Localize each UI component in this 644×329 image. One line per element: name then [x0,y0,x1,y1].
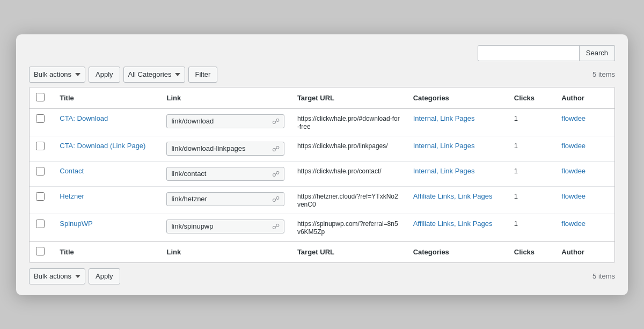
table-row: CTA: Download link/download ☍ https://cl… [30,108,614,136]
select-all-checkbox-bottom[interactable] [36,247,45,255]
col-header-categories: Categories [407,87,508,109]
row-clicks-1: 1 [514,142,518,150]
row-checkbox-3[interactable] [36,192,45,201]
filter-button[interactable]: Filter [188,67,218,83]
search-button[interactable]: Search [580,45,615,61]
row-clicks-cell: 1 [508,186,555,214]
row-checkbox-4[interactable] [36,220,45,228]
row-url-cell: https://clickwhale.pro/contact/ [291,161,407,186]
row-author-link-1[interactable]: flowdee [561,142,586,150]
row-link-cell: link/download ☍ [160,108,290,136]
footer-col-author: Author [555,241,614,262]
row-author-link-0[interactable]: flowdee [561,114,586,122]
row-link-cell: link/contact ☍ [160,161,290,186]
table-row: Hetzner link/hetzner ☍ https://hetzner.c… [30,186,614,214]
links-table: Title Link Target URL Categories Clicks … [30,87,614,262]
row-checkbox-cell [30,186,53,214]
items-count-bottom: 5 items [592,272,615,280]
row-author-cell: flowdee [555,108,614,136]
row-target-url-2: https://clickwhale.pro/contact/ [297,167,382,175]
col-header-url: Target URL [291,87,407,109]
row-link-text-2: link/contact [171,170,268,178]
copy-icon-4[interactable]: ☍ [272,222,280,231]
row-link-cell: link/spinupwp ☍ [160,214,290,241]
row-link-text-1: link/download-linkpages [171,144,268,152]
row-url-cell: https://clickwhale.pro/linkpages/ [291,136,407,161]
row-title-cell: CTA: Download [53,108,160,136]
row-clicks-2: 1 [514,167,518,175]
row-checkbox-cell [30,136,53,161]
row-checkbox-cell [30,214,53,241]
bottom-toolbar: Bulk actions Apply 5 items [29,268,615,284]
row-link-text-3: link/hetzner [171,195,268,203]
row-title-link-0[interactable]: CTA: Download [60,114,108,122]
row-url-cell: https://clickwhale.pro/#download-for-fre… [291,108,407,136]
categories-select[interactable]: All Categories [123,67,185,83]
row-categories-link-1[interactable]: Internal, Link Pages [413,142,475,150]
row-categories-cell: Internal, Link Pages [407,108,508,136]
row-author-cell: flowdee [555,136,614,161]
table-row: SpinupWP link/spinupwp ☍ https://spinupw… [30,214,614,241]
row-checkbox-2[interactable] [36,167,45,176]
row-clicks-0: 1 [514,114,518,122]
row-title-link-3[interactable]: Hetzner [60,192,84,200]
row-author-link-4[interactable]: flowdee [561,220,586,228]
row-title-link-2[interactable]: Contact [60,167,84,175]
row-categories-cell: Affiliate Links, Link Pages [407,186,508,214]
table-footer-row: Title Link Target URL Categories Clicks … [30,241,614,262]
row-author-cell: flowdee [555,214,614,241]
footer-col-url: Target URL [291,241,407,262]
search-input[interactable] [478,45,580,61]
bulk-actions-select-bottom[interactable]: Bulk actions [29,268,85,284]
row-checkbox-cell [30,108,53,136]
col-header-clicks: Clicks [508,87,555,109]
footer-col-title: Title [53,241,160,262]
row-link-text-4: link/spinupwp [171,222,268,230]
row-clicks-cell: 1 [508,214,555,241]
copy-icon-2[interactable]: ☍ [272,170,280,178]
select-all-checkbox-top[interactable] [36,93,45,101]
table-row: CTA: Download (Link Page) link/download-… [30,136,614,161]
row-categories-link-4[interactable]: Affiliate Links, Link Pages [413,220,493,228]
row-author-cell: flowdee [555,186,614,214]
row-target-url-1: https://clickwhale.pro/linkpages/ [297,142,388,150]
row-categories-link-3[interactable]: Affiliate Links, Link Pages [413,192,493,200]
row-author-link-3[interactable]: flowdee [561,192,586,200]
row-categories-cell: Internal, Link Pages [407,161,508,186]
items-count-top: 5 items [592,70,615,78]
apply-button-top[interactable]: Apply [89,67,120,83]
row-checkbox-0[interactable] [36,114,45,123]
row-categories-cell: Affiliate Links, Link Pages [407,214,508,241]
links-table-wrap: Title Link Target URL Categories Clicks … [29,87,615,263]
row-title-cell: Contact [53,161,160,186]
row-url-cell: https://hetzner.cloud/?ref=YTxkNo2venC0 [291,186,407,214]
table-header-row: Title Link Target URL Categories Clicks … [30,87,614,109]
row-link-cell: link/hetzner ☍ [160,186,290,214]
col-header-title: Title [53,87,160,109]
row-title-link-4[interactable]: SpinupWP [60,220,92,228]
col-header-link: Link [160,87,290,109]
copy-icon-0[interactable]: ☍ [272,117,280,126]
main-window: Search Bulk actions Apply All Categories… [16,34,628,295]
row-categories-link-0[interactable]: Internal, Link Pages [413,114,475,122]
row-clicks-cell: 1 [508,136,555,161]
top-toolbar: Bulk actions Apply All Categories Filter… [29,67,615,83]
row-title-cell: Hetzner [53,186,160,214]
row-target-url-3: https://hetzner.cloud/?ref=YTxkNo2venC0 [297,193,398,208]
copy-icon-3[interactable]: ☍ [272,195,280,203]
top-bar: Search [29,45,615,61]
row-title-link-1[interactable]: CTA: Download (Link Page) [60,142,145,150]
row-categories-link-2[interactable]: Internal, Link Pages [413,167,475,175]
row-author-link-2[interactable]: flowdee [561,167,586,175]
row-title-cell: SpinupWP [53,214,160,241]
row-clicks-cell: 1 [508,161,555,186]
copy-icon-1[interactable]: ☍ [272,144,280,153]
footer-col-clicks: Clicks [508,241,555,262]
row-clicks-4: 1 [514,220,518,228]
footer-col-categories: Categories [407,241,508,262]
row-categories-cell: Internal, Link Pages [407,136,508,161]
bulk-actions-select-top[interactable]: Bulk actions [29,67,85,83]
row-checkbox-1[interactable] [36,142,45,150]
apply-button-bottom[interactable]: Apply [89,268,120,284]
row-checkbox-cell [30,161,53,186]
